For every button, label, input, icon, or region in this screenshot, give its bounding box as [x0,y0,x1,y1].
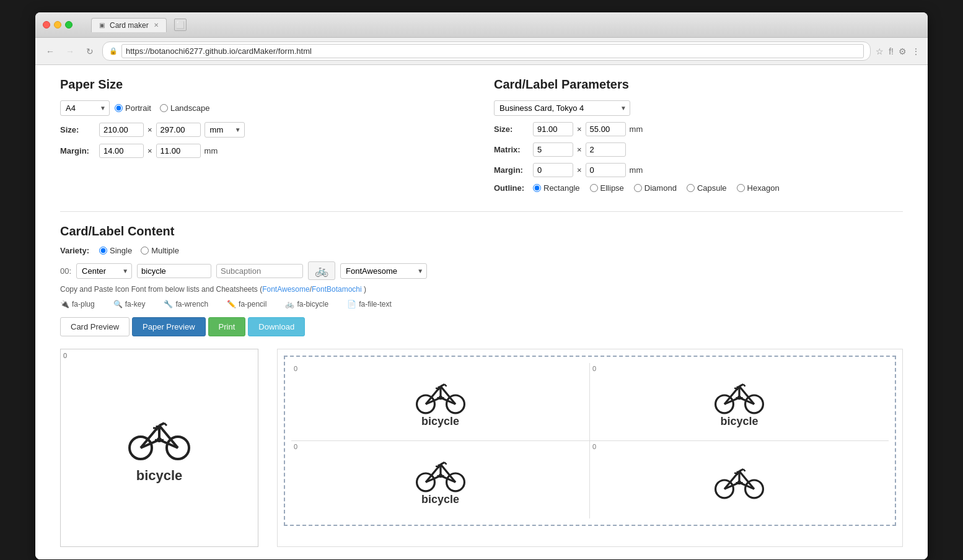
traffic-lights [43,21,73,28]
card-margin-row: Margin: × mm [494,163,903,177]
pencil-icon: ✏️ [227,300,236,308]
paper-preview-button[interactable]: Paper Preview [132,317,206,336]
landscape-label: Landscape [170,103,210,113]
print-button[interactable]: Print [208,317,246,336]
variety-multiple-label[interactable]: Multiple [141,246,179,255]
matrix-cols-input[interactable] [533,142,573,157]
outline-diamond-text: Diamond [644,183,677,193]
url-input[interactable] [121,44,864,58]
outline-ellipse-text: Ellipse [600,183,624,193]
paper-size-heading: Paper Size [60,77,469,92]
file-label: fa-file-text [359,300,392,308]
fontawesome-link[interactable]: FontAwesome [262,285,309,294]
icon-item-file: 📄 fa-file-text [347,300,392,308]
card-size-row: Size: × mm [494,122,903,136]
maximize-button[interactable] [65,21,73,28]
outline-hexagon-radio[interactable] [737,184,745,192]
portrait-radio-label[interactable]: Portrait [115,103,151,113]
card-margin-h-input[interactable] [586,163,626,177]
card-margin-w-input[interactable] [533,163,573,177]
browser-window: ▣ Card maker ✕ ⬜ ← → ↻ 🔒 ☆ f! ⚙ ⋮ [35,12,928,559]
margin-label: Margin: [60,146,94,155]
paper-height-input[interactable] [156,123,201,137]
new-tab-button[interactable]: ⬜ [172,17,189,32]
lock-icon: 🔒 [109,47,118,55]
font-select[interactable]: FontAwesome FontBotamochi [340,263,427,279]
extension-icon[interactable]: f! [889,46,894,56]
unit-select-wrapper: mm in ▼ [204,122,245,138]
content-text-input[interactable] [137,264,211,278]
variety-multiple-radio[interactable] [141,247,149,255]
landscape-radio-label[interactable]: Landscape [160,103,210,113]
outline-hexagon-text: Hexagon [747,183,780,193]
download-button[interactable]: Download [248,317,305,336]
card-params-heading: Card/Label Parameters [494,77,903,92]
paper-width-input[interactable] [99,123,144,137]
svg-line-59 [739,469,743,471]
address-bar[interactable]: 🔒 [102,42,871,61]
card-size-x: × [577,125,582,134]
outline-capsule-text: Capsule [697,183,727,193]
outline-radio-group: Rectangle Ellipse Diamond Capsule [533,183,780,193]
close-button[interactable] [43,21,50,28]
svg-line-46 [441,462,444,464]
variety-single-label[interactable]: Single [99,246,132,255]
card-width-input[interactable] [533,122,573,136]
icon-display: 🚲 [308,261,335,280]
browser-tab[interactable]: ▣ Card maker ✕ [91,18,167,32]
bookmark-icon[interactable]: ☆ [876,46,884,56]
outline-capsule-radio[interactable] [687,184,695,192]
unit-select[interactable]: mm in [204,122,245,138]
outline-rectangle-label[interactable]: Rectangle [533,183,580,193]
tab-close-icon[interactable]: ✕ [154,22,159,28]
card-margin-label: Margin: [494,165,528,175]
file-icon: 📄 [347,300,356,308]
landscape-radio[interactable] [160,104,168,112]
align-select-wrapper: Center Left Right ▼ [76,263,132,279]
menu-icon[interactable]: ⋮ [912,46,920,56]
settings-icon[interactable]: ⚙ [899,46,907,56]
outline-hexagon-label[interactable]: Hexagon [737,183,780,193]
align-select[interactable]: Center Left Right [76,263,132,279]
bicycle-icon: 🚲 [285,300,294,308]
card-bicycle-text: bicycle [136,468,183,484]
key-icon: 🔍 [113,300,123,308]
matrix-x: × [577,145,582,154]
reload-button[interactable]: ↻ [82,44,97,59]
action-buttons: Card Preview Paper Preview Print Downloa… [60,317,903,336]
card-size-inputs: × mm [533,122,643,136]
card-height-input[interactable] [586,122,626,136]
card-preview-box: 0 [60,349,258,547]
paper-margin-row: Margin: × mm [60,144,469,158]
forward-button[interactable]: → [63,44,77,59]
card-preview-button[interactable]: Card Preview [60,317,130,336]
svg-line-20 [441,384,444,386]
minimize-button[interactable] [54,21,61,28]
outline-label: Outline: [494,183,528,193]
outline-rectangle-radio[interactable] [533,184,541,192]
paper-card-1-text: bicycle [421,415,459,428]
outline-diamond-radio[interactable] [634,184,642,192]
margin-unit: mm [204,146,218,155]
outline-ellipse-label[interactable]: Ellipse [590,183,624,193]
row-number: 00: [60,266,71,276]
margin-height-input[interactable] [156,144,201,158]
paper-card-3-corner: 0 [294,443,297,450]
variety-single-radio[interactable] [99,247,107,255]
back-button[interactable]: ← [43,44,58,59]
svg-line-8 [164,423,167,426]
tab-label: Card maker [110,21,149,30]
paper-size-select[interactable]: A4 A3 Letter [60,100,110,116]
svg-line-60 [743,469,745,471]
outline-ellipse-radio[interactable] [590,184,598,192]
fontbotamochi-link[interactable]: FontBotamochi [312,285,362,294]
portrait-radio[interactable] [115,104,123,112]
outline-capsule-label[interactable]: Capsule [687,183,727,193]
card-preset-select[interactable]: Business Card, Tokyo 4 [494,100,630,116]
nav-icons: ☆ f! ⚙ ⋮ [876,46,920,56]
subcaption-input[interactable] [216,264,303,278]
card-bicycle-svg [128,412,190,462]
matrix-rows-input[interactable] [586,142,626,157]
margin-width-input[interactable] [99,144,144,158]
outline-diamond-label[interactable]: Diamond [634,183,677,193]
